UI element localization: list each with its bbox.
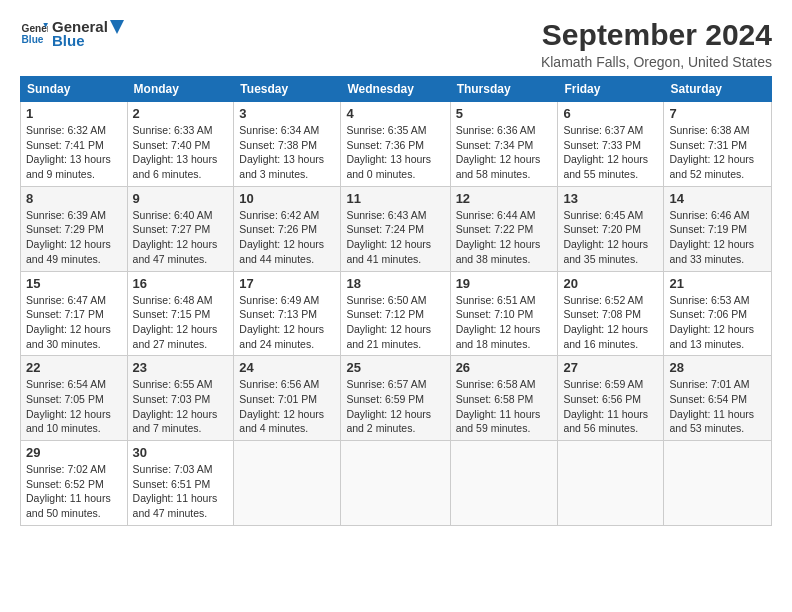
calendar-cell: 27Sunrise: 6:59 AMSunset: 6:56 PMDayligh… [558, 356, 664, 441]
calendar-cell: 24Sunrise: 6:56 AMSunset: 7:01 PMDayligh… [234, 356, 341, 441]
day-number: 20 [563, 276, 658, 291]
header-thursday: Thursday [450, 77, 558, 102]
day-info: Sunrise: 6:51 AMSunset: 7:10 PMDaylight:… [456, 293, 553, 352]
logo-icon: General Blue [20, 20, 48, 48]
calendar-cell: 28Sunrise: 7:01 AMSunset: 6:54 PMDayligh… [664, 356, 772, 441]
day-info: Sunrise: 6:57 AMSunset: 6:59 PMDaylight:… [346, 377, 444, 436]
day-info: Sunrise: 6:46 AMSunset: 7:19 PMDaylight:… [669, 208, 766, 267]
calendar-cell: 21Sunrise: 6:53 AMSunset: 7:06 PMDayligh… [664, 271, 772, 356]
calendar-header: Sunday Monday Tuesday Wednesday Thursday… [21, 77, 772, 102]
day-info: Sunrise: 7:02 AMSunset: 6:52 PMDaylight:… [26, 462, 122, 521]
day-number: 17 [239, 276, 335, 291]
day-number: 9 [133, 191, 229, 206]
day-info: Sunrise: 6:43 AMSunset: 7:24 PMDaylight:… [346, 208, 444, 267]
calendar-cell: 3Sunrise: 6:34 AMSunset: 7:38 PMDaylight… [234, 102, 341, 187]
calendar-cell: 15Sunrise: 6:47 AMSunset: 7:17 PMDayligh… [21, 271, 128, 356]
calendar-cell: 30Sunrise: 7:03 AMSunset: 6:51 PMDayligh… [127, 441, 234, 526]
calendar-cell [450, 441, 558, 526]
header-row: Sunday Monday Tuesday Wednesday Thursday… [21, 77, 772, 102]
day-info: Sunrise: 6:34 AMSunset: 7:38 PMDaylight:… [239, 123, 335, 182]
day-number: 19 [456, 276, 553, 291]
calendar-cell: 10Sunrise: 6:42 AMSunset: 7:26 PMDayligh… [234, 186, 341, 271]
calendar-cell: 7Sunrise: 6:38 AMSunset: 7:31 PMDaylight… [664, 102, 772, 187]
day-info: Sunrise: 6:32 AMSunset: 7:41 PMDaylight:… [26, 123, 122, 182]
day-number: 25 [346, 360, 444, 375]
day-number: 6 [563, 106, 658, 121]
calendar-table: Sunday Monday Tuesday Wednesday Thursday… [20, 76, 772, 526]
header: General Blue General Blue September 2024… [20, 18, 772, 70]
calendar-cell: 22Sunrise: 6:54 AMSunset: 7:05 PMDayligh… [21, 356, 128, 441]
calendar-cell [664, 441, 772, 526]
week-row-3: 15Sunrise: 6:47 AMSunset: 7:17 PMDayligh… [21, 271, 772, 356]
calendar-cell: 8Sunrise: 6:39 AMSunset: 7:29 PMDaylight… [21, 186, 128, 271]
day-number: 29 [26, 445, 122, 460]
day-info: Sunrise: 6:53 AMSunset: 7:06 PMDaylight:… [669, 293, 766, 352]
header-wednesday: Wednesday [341, 77, 450, 102]
calendar-cell [234, 441, 341, 526]
day-info: Sunrise: 6:50 AMSunset: 7:12 PMDaylight:… [346, 293, 444, 352]
day-info: Sunrise: 6:59 AMSunset: 6:56 PMDaylight:… [563, 377, 658, 436]
logo: General Blue General Blue [20, 18, 124, 49]
day-info: Sunrise: 6:45 AMSunset: 7:20 PMDaylight:… [563, 208, 658, 267]
day-number: 10 [239, 191, 335, 206]
calendar-cell: 29Sunrise: 7:02 AMSunset: 6:52 PMDayligh… [21, 441, 128, 526]
day-info: Sunrise: 6:49 AMSunset: 7:13 PMDaylight:… [239, 293, 335, 352]
calendar-page: General Blue General Blue September 2024… [0, 0, 792, 612]
calendar-cell: 12Sunrise: 6:44 AMSunset: 7:22 PMDayligh… [450, 186, 558, 271]
day-info: Sunrise: 7:01 AMSunset: 6:54 PMDaylight:… [669, 377, 766, 436]
calendar-cell: 16Sunrise: 6:48 AMSunset: 7:15 PMDayligh… [127, 271, 234, 356]
day-info: Sunrise: 6:37 AMSunset: 7:33 PMDaylight:… [563, 123, 658, 182]
header-tuesday: Tuesday [234, 77, 341, 102]
day-info: Sunrise: 6:52 AMSunset: 7:08 PMDaylight:… [563, 293, 658, 352]
day-info: Sunrise: 6:47 AMSunset: 7:17 PMDaylight:… [26, 293, 122, 352]
calendar-cell: 26Sunrise: 6:58 AMSunset: 6:58 PMDayligh… [450, 356, 558, 441]
day-number: 23 [133, 360, 229, 375]
day-number: 2 [133, 106, 229, 121]
svg-marker-3 [110, 20, 124, 34]
header-friday: Friday [558, 77, 664, 102]
calendar-cell [558, 441, 664, 526]
calendar-cell: 19Sunrise: 6:51 AMSunset: 7:10 PMDayligh… [450, 271, 558, 356]
day-number: 21 [669, 276, 766, 291]
calendar-cell: 13Sunrise: 6:45 AMSunset: 7:20 PMDayligh… [558, 186, 664, 271]
day-info: Sunrise: 6:40 AMSunset: 7:27 PMDaylight:… [133, 208, 229, 267]
day-number: 22 [26, 360, 122, 375]
day-info: Sunrise: 6:56 AMSunset: 7:01 PMDaylight:… [239, 377, 335, 436]
calendar-cell: 14Sunrise: 6:46 AMSunset: 7:19 PMDayligh… [664, 186, 772, 271]
svg-text:Blue: Blue [22, 34, 44, 45]
day-number: 28 [669, 360, 766, 375]
day-info: Sunrise: 7:03 AMSunset: 6:51 PMDaylight:… [133, 462, 229, 521]
calendar-cell: 17Sunrise: 6:49 AMSunset: 7:13 PMDayligh… [234, 271, 341, 356]
day-info: Sunrise: 6:38 AMSunset: 7:31 PMDaylight:… [669, 123, 766, 182]
header-saturday: Saturday [664, 77, 772, 102]
week-row-2: 8Sunrise: 6:39 AMSunset: 7:29 PMDaylight… [21, 186, 772, 271]
day-info: Sunrise: 6:42 AMSunset: 7:26 PMDaylight:… [239, 208, 335, 267]
day-number: 18 [346, 276, 444, 291]
day-info: Sunrise: 6:33 AMSunset: 7:40 PMDaylight:… [133, 123, 229, 182]
day-info: Sunrise: 6:58 AMSunset: 6:58 PMDaylight:… [456, 377, 553, 436]
logo-triangle-icon [110, 20, 124, 34]
day-number: 7 [669, 106, 766, 121]
calendar-cell: 4Sunrise: 6:35 AMSunset: 7:36 PMDaylight… [341, 102, 450, 187]
page-subtitle: Klamath Falls, Oregon, United States [541, 54, 772, 70]
calendar-cell: 18Sunrise: 6:50 AMSunset: 7:12 PMDayligh… [341, 271, 450, 356]
page-title: September 2024 [541, 18, 772, 52]
calendar-body: 1Sunrise: 6:32 AMSunset: 7:41 PMDaylight… [21, 102, 772, 526]
day-info: Sunrise: 6:35 AMSunset: 7:36 PMDaylight:… [346, 123, 444, 182]
day-info: Sunrise: 6:54 AMSunset: 7:05 PMDaylight:… [26, 377, 122, 436]
calendar-cell: 6Sunrise: 6:37 AMSunset: 7:33 PMDaylight… [558, 102, 664, 187]
week-row-4: 22Sunrise: 6:54 AMSunset: 7:05 PMDayligh… [21, 356, 772, 441]
day-number: 4 [346, 106, 444, 121]
day-number: 8 [26, 191, 122, 206]
header-monday: Monday [127, 77, 234, 102]
day-number: 16 [133, 276, 229, 291]
calendar-cell: 11Sunrise: 6:43 AMSunset: 7:24 PMDayligh… [341, 186, 450, 271]
calendar-cell: 25Sunrise: 6:57 AMSunset: 6:59 PMDayligh… [341, 356, 450, 441]
day-number: 13 [563, 191, 658, 206]
calendar-cell: 23Sunrise: 6:55 AMSunset: 7:03 PMDayligh… [127, 356, 234, 441]
calendar-cell: 20Sunrise: 6:52 AMSunset: 7:08 PMDayligh… [558, 271, 664, 356]
day-info: Sunrise: 6:39 AMSunset: 7:29 PMDaylight:… [26, 208, 122, 267]
calendar-cell: 1Sunrise: 6:32 AMSunset: 7:41 PMDaylight… [21, 102, 128, 187]
day-number: 15 [26, 276, 122, 291]
day-info: Sunrise: 6:48 AMSunset: 7:15 PMDaylight:… [133, 293, 229, 352]
